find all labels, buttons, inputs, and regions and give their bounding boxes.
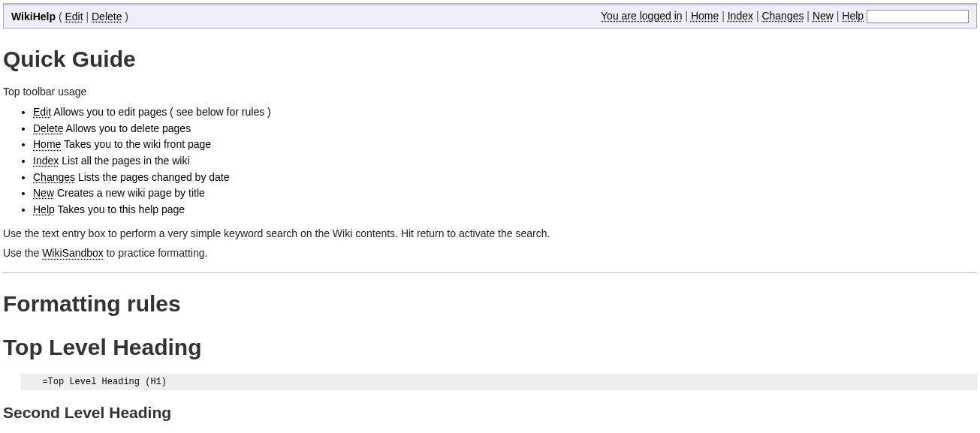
list-item: Index List all the pages in the wiki bbox=[33, 154, 977, 169]
heading-quick-guide: Quick Guide bbox=[3, 47, 977, 72]
item-link[interactable]: Changes bbox=[33, 171, 75, 183]
top-toolbar: WikiHelp ( Edit | Delete ) You are logge… bbox=[3, 3, 977, 29]
code-sample-h1: =Top Level Heading (H1) bbox=[21, 374, 977, 390]
toolbar-usage-label: Top toolbar usage bbox=[3, 86, 977, 98]
edit-link[interactable]: Edit bbox=[65, 11, 83, 23]
help-link[interactable]: Help bbox=[842, 10, 864, 22]
item-link[interactable]: Index bbox=[33, 155, 59, 167]
item-link[interactable]: Delete bbox=[33, 122, 63, 134]
item-desc: Takes you to this help page bbox=[55, 203, 185, 215]
list-item: Home Takes you to the wiki front page bbox=[33, 137, 977, 152]
item-link[interactable]: Help bbox=[33, 203, 55, 215]
list-item: New Creates a new wiki page by title bbox=[33, 186, 977, 201]
list-item: Changes Lists the pages changed by date bbox=[33, 170, 977, 185]
item-link[interactable]: New bbox=[33, 187, 54, 199]
toolbar-right: You are logged in | Home | Index | Chang… bbox=[601, 10, 969, 23]
toolbar-usage-list: Edit Allows you to edit pages ( see belo… bbox=[3, 105, 977, 217]
divider bbox=[3, 272, 977, 273]
index-link[interactable]: Index bbox=[728, 10, 753, 22]
heading-top-level: Top Level Heading bbox=[3, 335, 977, 360]
item-link[interactable]: Edit bbox=[33, 106, 51, 118]
item-desc: Allows you to edit pages ( see below for… bbox=[51, 106, 271, 118]
wikisandbox-link[interactable]: WikiSandbox bbox=[42, 247, 104, 259]
changes-link[interactable]: Changes bbox=[761, 10, 804, 22]
search-input[interactable] bbox=[867, 10, 969, 23]
list-item: Help Takes you to this help page bbox=[33, 203, 977, 218]
delete-link[interactable]: Delete bbox=[92, 11, 122, 23]
home-link[interactable]: Home bbox=[691, 10, 719, 22]
list-item: Edit Allows you to edit pages ( see belo… bbox=[33, 105, 977, 120]
login-status-link[interactable]: You are logged in bbox=[601, 10, 682, 22]
list-item: Delete Allows you to delete pages bbox=[33, 122, 977, 137]
item-desc: List all the pages in the wiki bbox=[59, 155, 189, 167]
sandbox-text: Use the WikiSandbox to practice formatti… bbox=[3, 247, 977, 259]
toolbar-left: WikiHelp ( Edit | Delete ) bbox=[11, 11, 128, 23]
item-desc: Creates a new wiki page by title bbox=[54, 187, 205, 199]
search-hint-text: Use the text entry box to perform a very… bbox=[3, 227, 977, 239]
item-link[interactable]: Home bbox=[33, 138, 61, 150]
new-link[interactable]: New bbox=[813, 10, 834, 22]
heading-formatting-rules: Formatting rules bbox=[3, 291, 977, 317]
item-desc: Takes you to the wiki front page bbox=[61, 138, 211, 150]
page-title-label: WikiHelp bbox=[11, 11, 56, 23]
item-desc: Lists the pages changed by date bbox=[75, 171, 229, 183]
item-desc: Allows you to delete pages bbox=[63, 122, 191, 134]
heading-second-level: Second Level Heading bbox=[3, 404, 977, 422]
